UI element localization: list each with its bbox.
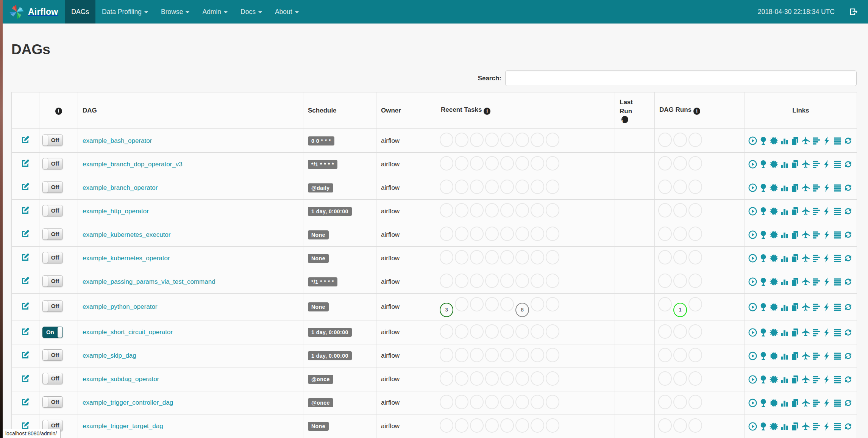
graph-burst-icon[interactable] [769, 328, 779, 337]
recent-task-state-circle[interactable] [485, 297, 499, 311]
log-lines-icon[interactable] [833, 230, 842, 239]
recent-task-state-circle[interactable] [440, 156, 453, 171]
dag-link[interactable]: example_branch_dop_operator_v3 [83, 161, 183, 168]
dag-run-state-circle[interactable] [688, 180, 702, 194]
dag-run-state-circle[interactable] [688, 250, 702, 264]
recent-task-state-circle[interactable] [515, 250, 529, 264]
dag-run-state-circle[interactable] [673, 395, 687, 409]
dag-link[interactable]: example_bash_operator [83, 137, 152, 144]
dag-pause-toggle[interactable]: Off [42, 300, 63, 312]
dag-run-state-circle[interactable] [658, 348, 672, 362]
log-lines-icon[interactable] [833, 375, 842, 384]
recent-task-state-circle[interactable] [531, 227, 544, 241]
landing-plane-icon[interactable] [801, 422, 810, 431]
dag-link[interactable]: example_kubernetes_executor [83, 231, 170, 238]
tree-icon[interactable] [759, 253, 768, 263]
dag-run-state-circle[interactable] [673, 324, 687, 339]
recent-task-state-circle[interactable] [455, 418, 468, 433]
tree-icon[interactable] [759, 277, 768, 286]
nav-item-dags[interactable]: DAGs [65, 0, 95, 23]
landing-plane-icon[interactable] [801, 328, 810, 337]
dag-run-state-circle[interactable] [673, 156, 687, 171]
recent-task-state-circle[interactable] [470, 348, 484, 362]
tries-pages-icon[interactable] [790, 302, 800, 312]
recent-task-state-circle[interactable] [470, 156, 484, 171]
duration-chart-icon[interactable] [780, 230, 789, 239]
dag-run-state-circle[interactable] [658, 297, 672, 311]
tree-icon[interactable] [759, 160, 768, 169]
tries-pages-icon[interactable] [790, 351, 800, 361]
dag-pause-toggle[interactable]: Off [42, 228, 63, 240]
recent-task-state-circle[interactable] [546, 348, 559, 362]
brand-link[interactable]: Airflow [3, 0, 65, 23]
edit-dag-icon[interactable] [21, 374, 30, 383]
gantt-lines-icon[interactable] [812, 183, 821, 192]
graph-burst-icon[interactable] [769, 351, 779, 361]
nav-item-about[interactable]: About [269, 0, 305, 23]
recent-task-state-circle[interactable] [455, 133, 468, 147]
dag-link[interactable]: example_python_operator [83, 303, 158, 310]
graph-burst-icon[interactable] [769, 160, 779, 169]
gantt-lines-icon[interactable] [812, 160, 821, 169]
recent-task-state-circle[interactable] [515, 133, 529, 147]
log-lines-icon[interactable] [833, 328, 842, 337]
duration-chart-icon[interactable] [780, 398, 789, 408]
gantt-lines-icon[interactable] [812, 422, 821, 431]
recent-task-state-circle[interactable] [500, 203, 514, 217]
code-bolt-icon[interactable] [822, 302, 832, 312]
edit-dag-icon[interactable] [21, 302, 30, 311]
recent-task-state-circle[interactable] [455, 274, 468, 288]
dag-run-state-circle[interactable] [673, 180, 687, 194]
trigger-play-icon[interactable] [748, 328, 757, 337]
dag-run-state-circle[interactable] [673, 227, 687, 241]
recent-task-state-circle[interactable] [546, 274, 559, 288]
dag-run-state-circle[interactable] [658, 203, 672, 217]
code-bolt-icon[interactable] [822, 183, 832, 192]
dag-pause-toggle[interactable]: Off [42, 373, 63, 384]
nav-item-admin[interactable]: Admin [196, 0, 234, 23]
recent-task-state-circle[interactable] [440, 203, 453, 217]
recent-task-state-circle[interactable] [485, 203, 499, 217]
recent-task-state-circle[interactable] [515, 180, 529, 194]
gantt-lines-icon[interactable] [812, 398, 821, 408]
dag-link[interactable]: example_skip_dag [83, 352, 136, 359]
recent-task-state-circle[interactable] [500, 250, 514, 264]
dag-run-state-circle[interactable] [688, 133, 702, 147]
gantt-lines-icon[interactable] [812, 230, 821, 239]
refresh-icon[interactable] [843, 398, 853, 408]
recent-task-state-circle[interactable] [531, 274, 544, 288]
recent-task-state-circle[interactable] [500, 227, 514, 241]
recent-task-state-circle[interactable] [531, 297, 544, 311]
landing-plane-icon[interactable] [801, 398, 810, 408]
tries-pages-icon[interactable] [790, 253, 800, 263]
edit-dag-icon[interactable] [21, 135, 30, 144]
dag-run-state-circle[interactable] [673, 371, 687, 386]
duration-chart-icon[interactable] [780, 422, 789, 431]
edit-dag-icon[interactable] [21, 253, 30, 262]
recent-task-state-circle[interactable] [500, 133, 514, 147]
refresh-icon[interactable] [843, 160, 853, 169]
dag-pause-toggle[interactable]: Off [42, 275, 63, 287]
recent-task-state-circle[interactable] [515, 371, 529, 386]
dag-pause-toggle[interactable]: Off [42, 135, 63, 146]
recent-task-state-circle[interactable] [485, 227, 499, 241]
search-input[interactable] [505, 70, 857, 86]
trigger-play-icon[interactable] [748, 230, 757, 239]
edit-dag-icon[interactable] [21, 397, 30, 407]
log-lines-icon[interactable] [833, 206, 842, 216]
tries-pages-icon[interactable] [790, 375, 800, 384]
code-bolt-icon[interactable] [822, 398, 832, 408]
tree-icon[interactable] [759, 302, 768, 312]
dag-run-state-circle[interactable] [658, 227, 672, 241]
recent-task-state-circle[interactable] [531, 133, 544, 147]
recent-task-state-circle[interactable] [515, 418, 529, 433]
dag-pause-toggle[interactable]: Off [42, 158, 63, 169]
code-bolt-icon[interactable] [822, 422, 832, 431]
recent-task-state-circle[interactable] [440, 133, 453, 147]
refresh-icon[interactable] [843, 230, 853, 239]
landing-plane-icon[interactable] [801, 230, 810, 239]
recent-task-state-circle[interactable] [531, 418, 544, 433]
recent-task-state-circle[interactable] [470, 133, 484, 147]
refresh-icon[interactable] [843, 328, 853, 337]
recent-task-state-circle[interactable] [531, 250, 544, 264]
